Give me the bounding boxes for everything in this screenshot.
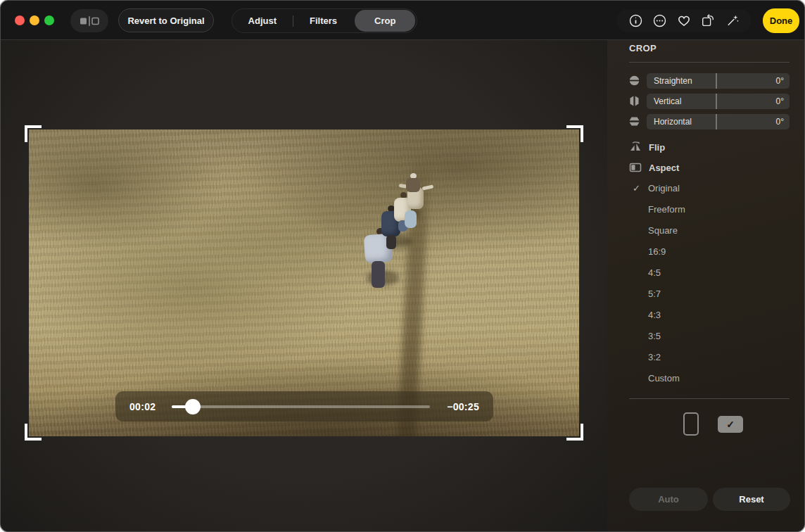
divider — [629, 62, 790, 63]
vertical-value: 0° — [776, 96, 790, 106]
auto-button[interactable]: Auto — [629, 488, 708, 511]
scrubber-thumb[interactable] — [185, 399, 201, 414]
crop-handle-bottom-left[interactable] — [25, 424, 42, 441]
compare-before-after-button[interactable] — [70, 9, 108, 32]
aspect-option-16-9[interactable]: 16:9 — [607, 246, 805, 260]
aspect-option-3-5[interactable]: 3:5 — [607, 330, 805, 344]
close-window-button[interactable] — [15, 15, 25, 25]
crop-handle-top-right[interactable] — [566, 125, 583, 142]
aspect-option-4-3[interactable]: 4:3 — [607, 309, 805, 323]
auto-enhance-icon[interactable] — [725, 14, 740, 28]
straighten-dial-icon — [628, 75, 640, 87]
before-after-compare-icon — [77, 15, 101, 27]
auto-label: Auto — [658, 494, 679, 505]
check-icon: ✓ — [726, 419, 735, 430]
revert-to-original-button[interactable]: Revert to Original — [118, 8, 214, 32]
elapsed-time: 00:02 — [129, 401, 162, 412]
aspect-icon — [629, 161, 642, 174]
crop-handle-bottom-right[interactable] — [566, 424, 583, 441]
tab-crop[interactable]: Crop — [355, 10, 415, 32]
minimize-window-button[interactable] — [30, 15, 39, 25]
edit-mode-segmented-control: Adjust Filters Crop — [232, 8, 417, 33]
aspect-option-4-5[interactable]: 4:5 — [607, 267, 805, 281]
orientation-landscape-button[interactable]: ✓ — [718, 416, 743, 433]
divider — [629, 398, 790, 399]
aspect-option-freeform[interactable]: Freeform — [607, 203, 805, 217]
straighten-label: Straighten — [647, 76, 776, 86]
video-scrubber: 00:02 −00:25 — [115, 391, 493, 422]
horizontal-slider[interactable]: Horizontal 0° — [647, 114, 790, 129]
flip-icon — [629, 141, 642, 153]
rotate-icon[interactable] — [701, 14, 715, 28]
horizontal-perspective-icon — [628, 115, 640, 127]
horizontal-value: 0° — [776, 117, 790, 127]
photos-video-edit-window: Revert to Original Adjust Filters Crop — [0, 0, 805, 532]
done-label: Done — [770, 15, 793, 26]
flip-button[interactable]: Flip — [629, 141, 665, 153]
content-area: 00:02 −00:25 CROP — [1, 40, 805, 532]
tab-filters[interactable]: Filters — [293, 10, 354, 32]
info-icon[interactable] — [628, 14, 642, 28]
reset-label: Reset — [739, 494, 763, 505]
vertical-label: Vertical — [647, 96, 776, 106]
crop-handle-top-left[interactable] — [25, 125, 42, 142]
straighten-value: 0° — [776, 76, 790, 86]
aspect-option-original[interactable]: ✓ Original — [607, 182, 805, 196]
done-button[interactable]: Done — [763, 8, 799, 33]
crop-section-title: CROP — [629, 43, 657, 53]
reset-button[interactable]: Reset — [713, 488, 790, 511]
toolbar-icon-group — [616, 9, 752, 32]
titlebar: Revert to Original Adjust Filters Crop — [1, 1, 804, 40]
horizontal-label: Horizontal — [647, 117, 776, 127]
more-icon[interactable] — [653, 14, 667, 28]
slider-tick — [716, 114, 717, 129]
vertical-perspective-icon — [628, 95, 640, 107]
tab-adjust[interactable]: Adjust — [232, 10, 293, 32]
crop-sidebar: CROP Straighten 0° — [607, 40, 805, 532]
aspect-label: Aspect — [649, 163, 679, 173]
straighten-slider[interactable]: Straighten 0° — [647, 73, 790, 89]
aspect-option-square[interactable]: Square — [607, 224, 805, 239]
zoom-window-button[interactable] — [44, 15, 54, 25]
slider-tick — [716, 94, 717, 109]
orientation-portrait-button[interactable] — [683, 412, 699, 436]
check-icon: ✓ — [633, 183, 640, 194]
scrubber-track[interactable] — [172, 405, 430, 408]
edit-canvas: 00:02 −00:25 — [1, 40, 607, 532]
revert-to-original-label: Revert to Original — [127, 15, 204, 26]
remaining-time: −00:25 — [440, 401, 479, 412]
slider-tick — [716, 73, 717, 89]
aspect-option-custom[interactable]: Custom — [607, 372, 805, 386]
video-frame[interactable]: 00:02 −00:25 — [29, 129, 579, 436]
aspect-button[interactable]: Aspect — [629, 161, 679, 174]
flip-label: Flip — [649, 142, 665, 153]
aspect-option-3-2[interactable]: 3:2 — [607, 351, 805, 365]
aspect-option-5-7[interactable]: 5:7 — [607, 288, 805, 302]
favorite-icon[interactable] — [677, 14, 691, 28]
vertical-slider[interactable]: Vertical 0° — [647, 94, 790, 109]
